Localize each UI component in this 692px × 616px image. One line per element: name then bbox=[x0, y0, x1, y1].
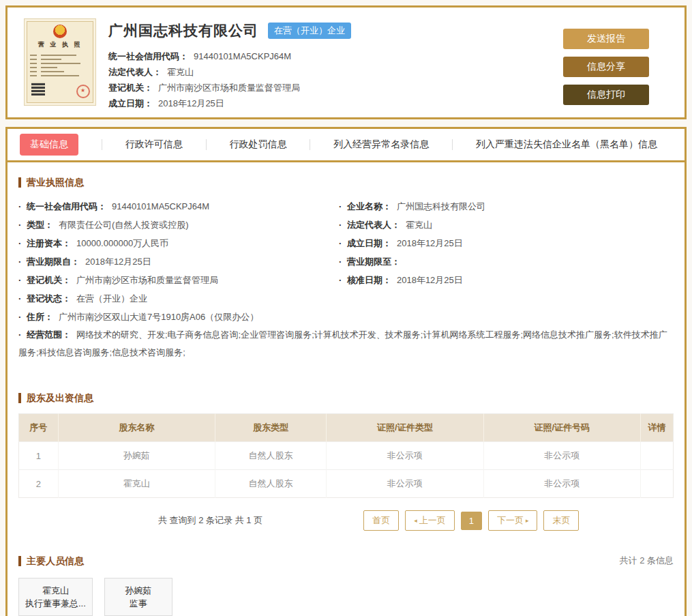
company-header-panel: 营 业 执 照 广州国志科技有限公司 在营（开业）企业 统一社会信用代码：914… bbox=[5, 5, 687, 119]
registry-label: 登记机关： bbox=[108, 83, 153, 93]
tab-admin-license[interactable]: 行政许可信息 bbox=[125, 138, 183, 151]
last-page-button[interactable]: 末页 bbox=[543, 510, 579, 531]
field-company-name: 企业名称：广州国志科技有限公司 bbox=[339, 197, 674, 216]
cell-detail bbox=[640, 442, 673, 470]
members-section-title: 主要人员信息 bbox=[18, 556, 84, 566]
company-name: 广州国志科技有限公司 bbox=[108, 21, 258, 40]
field-address: 住所：广州市南沙区双山大道7号1910房A06（仅限办公） bbox=[18, 308, 339, 326]
established-field: 成立日期：2018年12月25日 bbox=[108, 96, 563, 111]
cell-index: 2 bbox=[19, 470, 59, 498]
license-title: 营 业 执 照 bbox=[30, 40, 90, 49]
cell-cert-number: 非公示项 bbox=[483, 470, 640, 498]
field-registry-authority: 登记机关：广州市南沙区市场和质量监督管理局 bbox=[18, 271, 339, 289]
field-business-scope: 经营范围：网络技术的研究、开发;电子商务信息咨询;企业管理咨询服务;计算机技术开… bbox=[18, 326, 674, 362]
license-qr-code bbox=[31, 82, 45, 96]
record-count-text: 共 查询到 2 条记录 共 1 页 bbox=[158, 514, 262, 527]
pagination: 共 查询到 2 条记录 共 1 页 首页 ◂ 上一页 1 下一页 ▸ bbox=[18, 510, 674, 531]
table-row: 2 霍克山 自然人股东 非公示项 非公示项 bbox=[19, 470, 674, 498]
tab-content: 营业执照信息 统一社会信用代码：91440101MA5CKPJ64M 类型：有限… bbox=[7, 162, 685, 616]
col-cert-type: 证照/证件类型 bbox=[327, 414, 483, 442]
field-established-date: 成立日期：2018年12月25日 bbox=[339, 234, 674, 252]
cell-cert-number: 非公示项 bbox=[483, 442, 640, 470]
page-1-button[interactable]: 1 bbox=[461, 512, 482, 530]
header-action-buttons: 发送报告 信息分享 信息打印 bbox=[563, 18, 674, 108]
established-value: 2018年12月25日 bbox=[158, 98, 224, 108]
tab-divider bbox=[102, 139, 102, 150]
tab-abnormal-operations[interactable]: 列入经营异常名录信息 bbox=[333, 138, 429, 151]
cell-shareholder-type: 自然人股东 bbox=[215, 442, 326, 470]
field-legal-rep: 法定代表人：霍克山 bbox=[339, 216, 674, 234]
field-registered-capital: 注册资本：10000.000000万人民币 bbox=[18, 234, 339, 252]
license-text-lines bbox=[30, 55, 90, 76]
member-role: 监事 bbox=[111, 597, 166, 610]
established-label: 成立日期： bbox=[108, 98, 153, 108]
tab-blacklist[interactable]: 列入严重违法失信企业名单（黑名单）信息 bbox=[476, 138, 657, 151]
legal-rep-label: 法定代表人： bbox=[108, 67, 162, 77]
legal-rep-value: 霍克山 bbox=[167, 67, 194, 77]
cell-shareholder-name: 孙婉茹 bbox=[58, 442, 215, 470]
tab-divider bbox=[206, 139, 207, 150]
legal-rep-field: 法定代表人：霍克山 bbox=[108, 64, 563, 80]
member-name: 孙婉茹 bbox=[111, 584, 166, 597]
col-cert-number: 证照/证件号码 bbox=[483, 414, 640, 442]
registry-field: 登记机关：广州市南沙区市场和质量监督管理局 bbox=[108, 80, 563, 96]
col-shareholder-type: 股东类型 bbox=[215, 414, 326, 442]
member-card[interactable]: 霍克山 执行董事兼总... bbox=[18, 578, 93, 616]
table-row: 1 孙婉茹 自然人股东 非公示项 非公示项 bbox=[19, 442, 674, 470]
next-arrow-icon: ▸ bbox=[526, 517, 529, 524]
credit-code-value: 91440101MA5CKPJ64M bbox=[194, 51, 291, 61]
print-info-button[interactable]: 信息打印 bbox=[563, 85, 649, 105]
prev-page-button[interactable]: ◂ 上一页 bbox=[405, 510, 455, 531]
field-company-type: 类型：有限责任公司(自然人投资或控股) bbox=[18, 216, 339, 234]
members-count-text: 共计 2 条信息 bbox=[620, 555, 674, 567]
key-members-section: 主要人员信息 共计 2 条信息 霍克山 执行董事兼总... 孙婉茹 监事 bbox=[18, 555, 674, 616]
cell-cert-type: 非公示项 bbox=[327, 470, 483, 498]
license-fields-left: 统一社会信用代码：91440101MA5CKPJ64M 类型：有限责任公司(自然… bbox=[18, 197, 339, 326]
license-info-section: 营业执照信息 统一社会信用代码：91440101MA5CKPJ64M 类型：有限… bbox=[18, 177, 674, 362]
license-fields-right: 企业名称：广州国志科技有限公司 法定代表人：霍克山 成立日期：2018年12月2… bbox=[339, 197, 674, 326]
shareholders-section: 股东及出资信息 序号 股东名称 股东类型 证照/证件类型 证照/证件号码 详情 bbox=[18, 393, 674, 531]
cell-detail bbox=[640, 470, 673, 498]
business-license-image: 营 业 执 照 bbox=[24, 18, 96, 106]
national-emblem-icon bbox=[53, 25, 67, 38]
tab-divider bbox=[310, 139, 310, 150]
col-shareholder-name: 股东名称 bbox=[58, 414, 215, 442]
tab-basic-info[interactable]: 基础信息 bbox=[20, 134, 78, 156]
main-panel: 基础信息 行政许可信息 行政处罚信息 列入经营异常名录信息 列入严重违法失信企业… bbox=[5, 127, 687, 616]
prev-arrow-icon: ◂ bbox=[414, 517, 417, 524]
send-report-button[interactable]: 发送报告 bbox=[563, 29, 649, 49]
field-term-to: 营业期限至： bbox=[339, 252, 674, 271]
share-info-button[interactable]: 信息分享 bbox=[563, 57, 649, 77]
field-registration-status: 登记状态：在营（开业）企业 bbox=[18, 289, 339, 308]
table-header-row: 序号 股东名称 股东类型 证照/证件类型 证照/证件号码 详情 bbox=[19, 414, 674, 442]
cell-shareholder-type: 自然人股东 bbox=[215, 470, 326, 498]
next-page-button[interactable]: 下一页 ▸ bbox=[488, 510, 538, 531]
license-red-seal-icon bbox=[76, 85, 90, 98]
field-approval-date: 核准日期：2018年12月25日 bbox=[339, 271, 674, 289]
credit-code-field: 统一社会信用代码：91440101MA5CKPJ64M bbox=[108, 48, 563, 64]
shareholders-section-title: 股东及出资信息 bbox=[18, 393, 674, 403]
cell-cert-type: 非公示项 bbox=[327, 442, 483, 470]
first-page-button[interactable]: 首页 bbox=[363, 510, 399, 531]
license-section-title: 营业执照信息 bbox=[18, 177, 674, 188]
tab-bar: 基础信息 行政许可信息 行政处罚信息 列入经营异常名录信息 列入严重违法失信企业… bbox=[7, 129, 685, 162]
cell-shareholder-name: 霍克山 bbox=[58, 470, 215, 498]
registry-value: 广州市南沙区市场和质量监督管理局 bbox=[158, 83, 300, 93]
field-credit-code: 统一社会信用代码：91440101MA5CKPJ64M bbox=[18, 197, 339, 216]
company-summary: 广州国志科技有限公司 在营（开业）企业 统一社会信用代码：91440101MA5… bbox=[96, 18, 563, 108]
shareholders-table: 序号 股东名称 股东类型 证照/证件类型 证照/证件号码 详情 1 孙婉茹 自然… bbox=[18, 413, 674, 498]
field-term-from: 营业期限自：2018年12月25日 bbox=[18, 252, 339, 271]
credit-code-label: 统一社会信用代码： bbox=[108, 51, 188, 61]
member-card[interactable]: 孙婉茹 监事 bbox=[104, 578, 172, 616]
col-detail: 详情 bbox=[640, 414, 673, 442]
member-role: 执行董事兼总... bbox=[25, 597, 86, 610]
status-badge: 在营（开业）企业 bbox=[268, 23, 351, 39]
tab-admin-penalty[interactable]: 行政处罚信息 bbox=[230, 138, 287, 151]
tab-divider bbox=[452, 139, 453, 150]
member-name: 霍克山 bbox=[25, 584, 86, 597]
col-index: 序号 bbox=[19, 414, 59, 442]
cell-index: 1 bbox=[19, 442, 59, 470]
